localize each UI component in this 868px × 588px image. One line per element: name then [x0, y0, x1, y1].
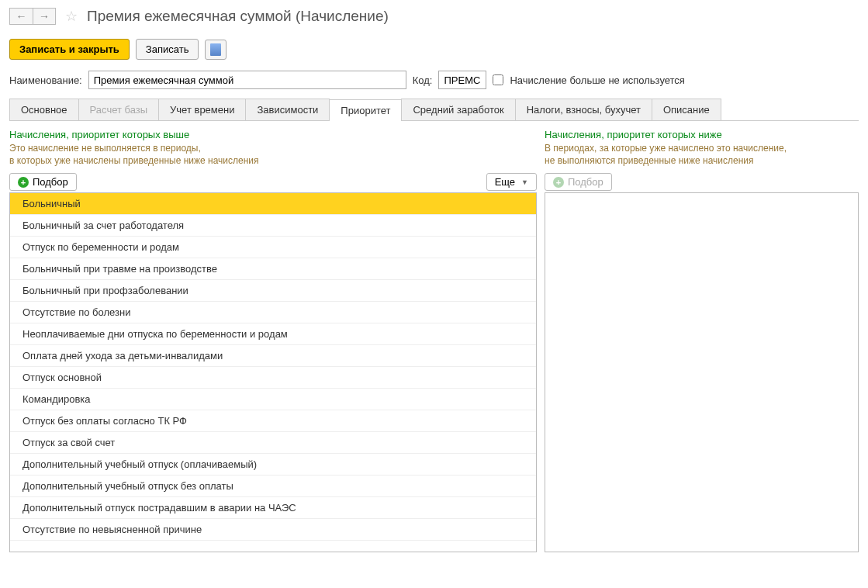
list-item[interactable]: Больничный при травме на производстве [10, 258, 536, 280]
nav-forward-button[interactable]: → [33, 8, 56, 25]
list-item[interactable]: Командировка [10, 389, 536, 410]
lower-priority-desc: В периодах, за которые уже начислено это… [545, 142, 859, 167]
document-icon [210, 43, 221, 56]
plus-icon: + [553, 177, 564, 188]
list-item[interactable]: Отсутствие по невыясненной причине [10, 519, 536, 541]
tab-7[interactable]: Описание [652, 99, 721, 120]
page-title: Премия ежемесячная суммой (Начисление) [87, 8, 389, 25]
tab-2[interactable]: Учет времени [158, 99, 246, 120]
list-item[interactable]: Отсутствие по болезни [10, 302, 536, 323]
list-item[interactable]: Отпуск без оплаты согласно ТК РФ [10, 410, 536, 432]
code-input[interactable] [438, 71, 486, 89]
list-item[interactable]: Больничный за счет работодателя [10, 215, 536, 237]
pick-lower-button[interactable]: + Подбор [545, 173, 612, 191]
inactive-checkbox[interactable] [493, 74, 503, 85]
list-item[interactable]: Отпуск основной [10, 367, 536, 389]
code-label: Код: [413, 74, 433, 86]
higher-priority-desc: Это начисление не выполняется в периоды,… [9, 142, 537, 167]
tab-5[interactable]: Средний заработок [401, 99, 515, 120]
higher-priority-title: Начисления, приоритет которых выше [9, 129, 537, 140]
list-item[interactable]: Дополнительный учебный отпуск (оплачивае… [10, 454, 536, 476]
list-item[interactable]: Отпуск по беременности и родам [10, 237, 536, 258]
nav-back-button[interactable]: ← [9, 8, 33, 25]
tab-1: Расчет базы [78, 99, 160, 120]
list-item[interactable]: Неоплачиваемые дни отпуска по беременнос… [10, 323, 536, 345]
higher-priority-list: БольничныйБольничный за счет работодател… [9, 192, 537, 552]
tab-3[interactable]: Зависимости [245, 99, 330, 120]
list-item[interactable]: Больничный при профзаболевании [10, 280, 536, 302]
save-button[interactable]: Записать [136, 39, 199, 60]
chevron-down-icon: ▼ [521, 178, 528, 186]
list-item[interactable]: Дополнительный отпуск пострадавшим в ава… [10, 497, 536, 519]
save-and-close-button[interactable]: Записать и закрыть [9, 39, 130, 60]
more-button[interactable]: Еще ▼ [486, 173, 537, 191]
list-item[interactable]: Больничный [10, 193, 536, 215]
list-view-button[interactable] [205, 40, 227, 60]
name-input[interactable] [88, 71, 406, 89]
pick-higher-button[interactable]: + Подбор [9, 173, 77, 191]
name-label: Наименование: [9, 74, 82, 86]
lower-priority-list [545, 192, 859, 552]
inactive-label: Начисление больше не используется [510, 74, 684, 86]
plus-icon: + [18, 177, 29, 188]
list-item[interactable]: Оплата дней ухода за детьми-инвалидами [10, 345, 536, 367]
tab-0[interactable]: Основное [9, 99, 79, 120]
list-item[interactable]: Дополнительный учебный отпуск без оплаты [10, 476, 536, 497]
lower-priority-title: Начисления, приоритет которых ниже [545, 129, 859, 140]
favorite-star-icon[interactable]: ☆ [62, 8, 81, 25]
tab-4[interactable]: Приоритет [329, 99, 402, 121]
tab-6[interactable]: Налоги, взносы, бухучет [515, 99, 652, 120]
list-item[interactable]: Отпуск за свой счет [10, 432, 536, 454]
